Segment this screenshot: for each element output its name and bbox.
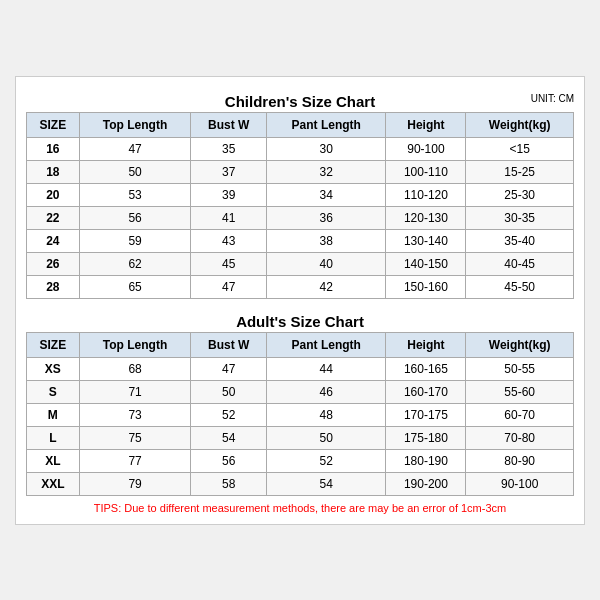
table-row: 24594338130-14035-40: [27, 229, 574, 252]
table-row: L755450175-18070-80: [27, 426, 574, 449]
tips-text: TIPS: Due to different measurement metho…: [26, 502, 574, 514]
children-col-weight: Weight(kg): [466, 112, 574, 137]
children-col-pant-length: Pant Length: [267, 112, 386, 137]
children-col-bust: Bust W: [191, 112, 267, 137]
table-row: M735248170-17560-70: [27, 403, 574, 426]
adults-col-bust: Bust W: [191, 332, 267, 357]
table-row: XL775652180-19080-90: [27, 449, 574, 472]
adults-section-title: Adult's Size Chart: [26, 307, 574, 332]
table-row: 28654742150-16045-50: [27, 275, 574, 298]
chart-container: Children's Size Chart UNIT: CM SIZE Top …: [15, 76, 585, 525]
adults-col-weight: Weight(kg): [466, 332, 574, 357]
table-row: XS684744160-16550-55: [27, 357, 574, 380]
children-title: Children's Size Chart: [225, 93, 375, 110]
table-row: 1647353090-100<15: [27, 137, 574, 160]
children-col-size: SIZE: [27, 112, 80, 137]
table-row: 18503732100-11015-25: [27, 160, 574, 183]
unit-label: UNIT: CM: [531, 93, 574, 104]
table-row: 20533934110-12025-30: [27, 183, 574, 206]
table-row: 22564136120-13030-35: [27, 206, 574, 229]
children-table: SIZE Top Length Bust W Pant Length Heigh…: [26, 112, 574, 299]
children-section-title: Children's Size Chart UNIT: CM: [26, 87, 574, 112]
children-col-height: Height: [386, 112, 466, 137]
adults-table: SIZE Top Length Bust W Pant Length Heigh…: [26, 332, 574, 496]
table-row: S715046160-17055-60: [27, 380, 574, 403]
adults-col-size: SIZE: [27, 332, 80, 357]
adults-col-height: Height: [386, 332, 466, 357]
adults-title: Adult's Size Chart: [236, 313, 364, 330]
table-row: 26624540140-15040-45: [27, 252, 574, 275]
table-row: XXL795854190-20090-100: [27, 472, 574, 495]
adults-header-row: SIZE Top Length Bust W Pant Length Heigh…: [27, 332, 574, 357]
children-header-row: SIZE Top Length Bust W Pant Length Heigh…: [27, 112, 574, 137]
adults-col-pant-length: Pant Length: [267, 332, 386, 357]
adults-col-top-length: Top Length: [79, 332, 191, 357]
children-col-top-length: Top Length: [79, 112, 191, 137]
